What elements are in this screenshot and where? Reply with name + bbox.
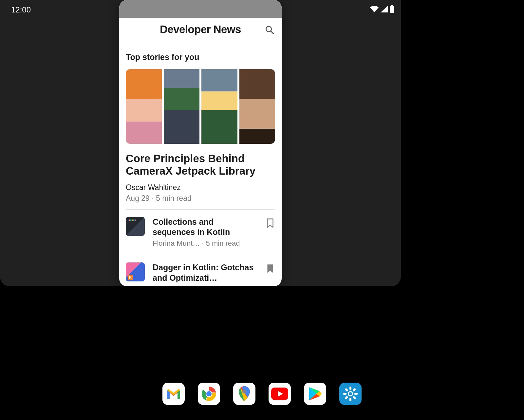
- svg-point-20: [349, 392, 352, 395]
- maps-pin-icon: [239, 386, 250, 401]
- svg-rect-12: [349, 387, 351, 390]
- svg-rect-13: [349, 398, 351, 401]
- app-body: Top stories for you Core Principles Behi…: [119, 52, 282, 286]
- svg-point-9: [242, 390, 246, 393]
- search-icon: [265, 25, 274, 34]
- svg-rect-15: [354, 393, 358, 395]
- cell-signal-icon: [381, 6, 388, 14]
- gmail-icon: [166, 388, 181, 399]
- dock-app-play-store[interactable]: [304, 383, 326, 405]
- battery-icon: [390, 5, 394, 14]
- status-time: 12:00: [11, 5, 31, 14]
- play-store-icon: [309, 387, 322, 401]
- hero-meta: Aug 29 · 5 min read: [126, 194, 275, 203]
- bookmark-button[interactable]: [266, 218, 275, 227]
- dock-app-gmail[interactable]: [162, 383, 185, 405]
- hero-image-1: [126, 69, 162, 144]
- bookmark-outline-icon: [266, 218, 274, 228]
- app-title: Developer News: [160, 23, 241, 36]
- hero-image-row: [126, 69, 275, 144]
- gear-icon: [343, 387, 358, 401]
- app-card-drag-handle[interactable]: [119, 0, 282, 18]
- recents-app-card[interactable]: Developer News Top stories for you Core …: [119, 0, 282, 286]
- story-item[interactable]: Collections and sequences in Kotlin Flor…: [126, 210, 275, 256]
- background-black: [401, 0, 524, 420]
- story-meta: Manuel Vivo · 4 min read: [153, 285, 258, 286]
- story-thumbnail: [126, 217, 145, 236]
- svg-point-8: [206, 391, 212, 396]
- svg-rect-16: [352, 388, 356, 391]
- status-icons: [370, 5, 519, 14]
- svg-rect-17: [345, 396, 348, 399]
- hero-title: Core Principles Behind CameraX Jetpack L…: [126, 152, 275, 177]
- search-button[interactable]: [265, 25, 274, 35]
- dock-app-youtube[interactable]: [269, 383, 291, 405]
- svg-rect-0: [390, 6, 394, 13]
- svg-rect-18: [345, 388, 348, 391]
- dock: [0, 368, 524, 420]
- story-item[interactable]: Dagger in Kotlin: Gotchas and Optimizati…: [126, 255, 275, 286]
- story-title: Dagger in Kotlin: Gotchas and Optimizati…: [153, 262, 258, 283]
- svg-rect-1: [391, 5, 393, 6]
- hero-story[interactable]: Core Principles Behind CameraX Jetpack L…: [126, 69, 275, 203]
- svg-rect-19: [352, 396, 356, 399]
- dock-app-maps[interactable]: [233, 383, 255, 405]
- chrome-icon: [201, 386, 216, 401]
- hero-image-2: [164, 69, 200, 144]
- app-header: Developer News: [119, 18, 282, 41]
- wifi-icon: [370, 6, 379, 14]
- dock-app-settings[interactable]: [339, 383, 362, 405]
- svg-rect-14: [343, 393, 346, 395]
- youtube-icon: [271, 388, 288, 400]
- svg-line-3: [271, 31, 273, 34]
- story-title: Collections and sequences in Kotlin: [153, 217, 258, 238]
- dock-app-chrome[interactable]: [198, 383, 220, 405]
- story-meta: Florina Munt… · 5 min read: [153, 239, 258, 248]
- story-thumbnail: [126, 262, 145, 281]
- section-title: Top stories for you: [126, 52, 275, 62]
- bookmark-button[interactable]: [266, 264, 275, 273]
- hero-image-3: [201, 69, 237, 144]
- hero-author: Oscar Wahltinez: [126, 183, 275, 192]
- hero-image-4: [239, 69, 275, 144]
- bookmark-filled-icon: [266, 264, 274, 274]
